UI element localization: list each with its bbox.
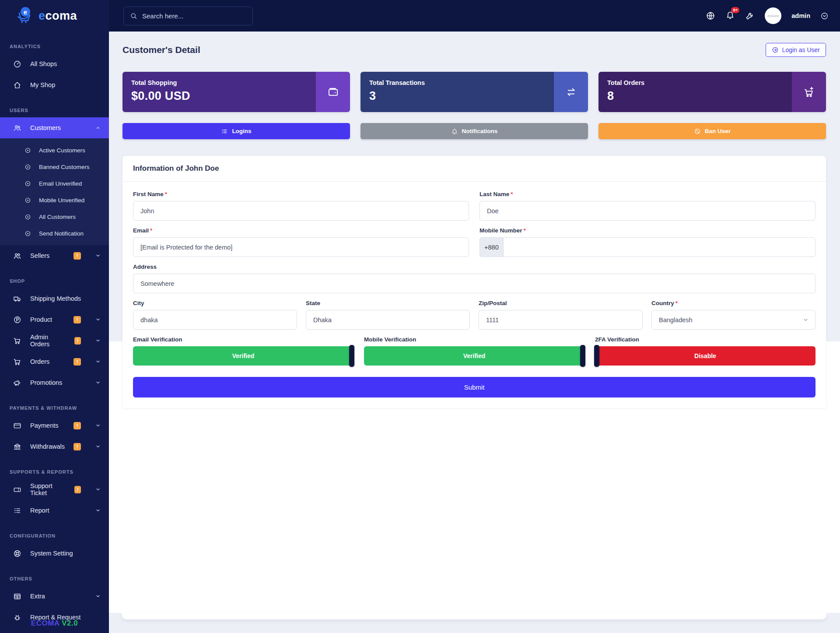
brand-logo[interactable]: e ecoma [0, 0, 109, 32]
sidebar-subitem-email-unverified[interactable]: Email Unverified [0, 175, 109, 192]
mobile-prefix-addon: +880 [480, 237, 503, 257]
sidebar-item-my-shop[interactable]: My Shop [0, 74, 109, 95]
sidebar-item-label: Orders [30, 358, 49, 365]
sidebar-item-support-ticket[interactable]: Support Ticket ! [0, 479, 109, 500]
brand-name: ecoma [38, 9, 77, 23]
sidebar-subitem-active-customers[interactable]: Active Customers [0, 142, 109, 158]
sidebar-item-label: My Shop [30, 81, 55, 88]
sidebar-subitem-send-notification[interactable]: Send Notification [0, 225, 109, 242]
login-as-user-label: Login as User [782, 46, 820, 53]
bank-icon [13, 443, 21, 451]
last-name-input[interactable] [480, 201, 816, 221]
mobile-verification-toggle[interactable]: Verified [364, 346, 584, 366]
sidebar-item-customers[interactable]: Customers [0, 117, 109, 138]
sidebar-item-product[interactable]: Product ! [0, 309, 109, 330]
sidebar-item-label: Product [30, 316, 52, 323]
sidebar-item-all-shops[interactable]: All Shops [0, 53, 109, 74]
mobile-number-input[interactable] [503, 237, 816, 257]
sidebar-item-report[interactable]: Report [0, 500, 109, 521]
topbar-right: 9+ 400x400 admin [706, 7, 829, 24]
ban-icon [694, 128, 701, 135]
sidebar-item-label: Report [30, 507, 49, 514]
sidebar-item-system-setting[interactable]: System Setting [0, 543, 109, 564]
notifications-bell[interactable]: 9+ [725, 10, 735, 21]
ticket-icon [13, 485, 21, 494]
lifebuoy-icon [13, 549, 21, 558]
section-label-supports: SUPPORTS & REPORTS [10, 469, 109, 475]
email-verification-toggle[interactable]: Verified [133, 346, 354, 366]
globe-icon[interactable] [706, 11, 715, 21]
username[interactable]: admin [791, 12, 810, 19]
sidebar-item-label: Support Ticket [30, 482, 66, 496]
alert-badge: ! [74, 358, 81, 366]
first-name-input[interactable] [133, 201, 469, 221]
sidebar-item-label: Extra [30, 593, 45, 600]
content: Customer's Detail Login as User Total Sh… [109, 32, 840, 633]
city-input[interactable] [133, 310, 297, 330]
toggle-knob [349, 345, 354, 367]
gauge-icon [13, 60, 21, 68]
chevron-down-icon [95, 380, 101, 386]
sidebar-item-extra[interactable]: Extra [0, 586, 109, 607]
page-title: Customer's Detail [122, 45, 200, 55]
stat-value: $0.00 USD [131, 89, 307, 103]
stat-card-total-shopping: Total Shopping $0.00 USD [122, 72, 350, 112]
mobile-verification-label: Mobile Verification [364, 336, 584, 343]
chevron-down-circle-icon[interactable] [820, 12, 829, 20]
sidebar-item-orders[interactable]: Orders ! [0, 351, 109, 372]
login-as-user-button[interactable]: Login as User [766, 43, 826, 57]
sidebar-item-admin-orders[interactable]: Admin Orders ! [0, 330, 109, 351]
search-box[interactable] [123, 7, 253, 25]
stat-label: Total Transactions [369, 79, 545, 86]
sidebar-subitem-all-customers[interactable]: All Customers [0, 208, 109, 225]
address-input[interactable] [133, 274, 816, 293]
sidebar-item-withdrawals[interactable]: Withdrawals ! [0, 436, 109, 457]
stat-card-total-orders: Total Orders 8 [598, 72, 826, 112]
dot-circle-icon [24, 197, 31, 204]
truck-icon [13, 295, 21, 303]
toggle-state-label: Verified [232, 352, 255, 359]
actions-row: Logins Notifications Ban User [122, 123, 826, 139]
sidebar-item-sellers[interactable]: Sellers ! [0, 245, 109, 266]
brand-name-rest: coma [46, 9, 77, 22]
section-label-others: OTHERS [10, 576, 109, 581]
alert-badge: ! [74, 316, 81, 324]
wrench-icon[interactable] [745, 11, 755, 21]
submit-button[interactable]: Submit [133, 377, 816, 397]
sidebar-item-payments[interactable]: Payments ! [0, 415, 109, 436]
twofa-verification-toggle[interactable]: Disable [595, 346, 816, 366]
chevron-up-icon [95, 125, 101, 131]
email-input[interactable] [133, 237, 469, 257]
login-arrow-icon [772, 46, 779, 53]
country-label: Country* [651, 300, 816, 306]
ban-user-button[interactable]: Ban User [598, 123, 826, 139]
section-label-users: USERS [10, 108, 109, 113]
topbar: 9+ 400x400 admin [109, 0, 840, 32]
subitem-label: Mobile Unverified [39, 197, 84, 204]
avatar[interactable]: 400x400 [765, 7, 781, 24]
chevron-down-icon [802, 316, 809, 323]
email-label: Email* [133, 227, 469, 234]
product-icon [13, 316, 21, 324]
subitem-label: Active Customers [39, 147, 85, 154]
notifications-button[interactable]: Notifications [360, 123, 588, 139]
search-input[interactable] [142, 12, 246, 20]
customers-icon [13, 124, 21, 132]
cart-logo-icon: e [15, 7, 34, 25]
chevron-down-icon [95, 593, 101, 599]
section-label-shop: SHOP [10, 278, 109, 284]
dot-circle-icon [24, 164, 31, 170]
sidebar-item-promotions[interactable]: Promotions [0, 372, 109, 393]
stats-row: Total Shopping $0.00 USD Total Transacti… [122, 72, 826, 112]
logins-button[interactable]: Logins [122, 123, 350, 139]
chevron-down-icon [95, 253, 101, 259]
alert-badge: ! [74, 422, 81, 429]
bell-icon [451, 128, 458, 135]
sidebar-subitem-mobile-unverified[interactable]: Mobile Unverified [0, 192, 109, 208]
sidebar-item-shipping-methods[interactable]: Shipping Methods [0, 288, 109, 309]
zip-postal-input[interactable] [479, 310, 643, 330]
sidebar-subitem-banned-customers[interactable]: Banned Customers [0, 158, 109, 175]
stat-label: Total Shopping [131, 79, 307, 86]
country-select[interactable]: Bangladesh [651, 310, 816, 330]
state-input[interactable] [306, 310, 470, 330]
